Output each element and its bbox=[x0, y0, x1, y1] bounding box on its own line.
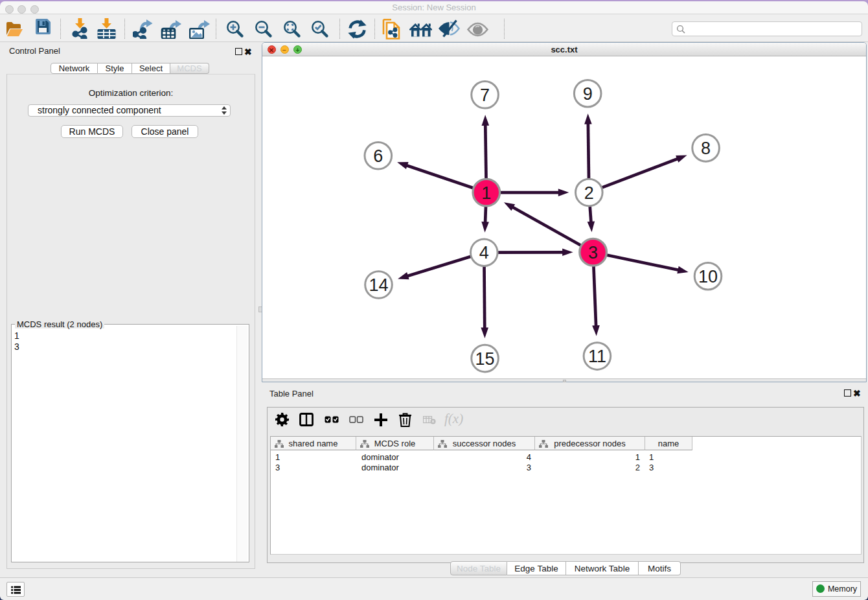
svg-text:4: 4 bbox=[479, 243, 489, 262]
svg-text:3: 3 bbox=[588, 243, 598, 262]
svg-text:11: 11 bbox=[588, 347, 606, 366]
svg-text:14: 14 bbox=[369, 275, 388, 295]
svg-text:7: 7 bbox=[480, 86, 490, 105]
svg-text:8: 8 bbox=[701, 139, 711, 158]
svg-text:9: 9 bbox=[583, 84, 593, 104]
svg-text:10: 10 bbox=[698, 267, 718, 286]
svg-text:2: 2 bbox=[584, 183, 594, 203]
svg-text:1: 1 bbox=[481, 183, 491, 203]
svg-text:6: 6 bbox=[373, 146, 383, 166]
svg-text:15: 15 bbox=[475, 349, 495, 369]
